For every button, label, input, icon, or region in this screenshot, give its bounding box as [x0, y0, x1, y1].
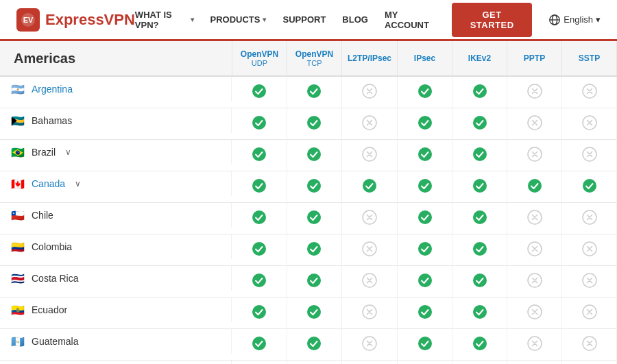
x-icon — [362, 273, 377, 288]
check-icon — [472, 241, 487, 256]
cell-sstp — [562, 203, 617, 234]
svg-point-29 — [418, 179, 432, 193]
cell-ovpn_udp — [232, 361, 287, 365]
table-row: 🇲🇽Mexico — [0, 361, 617, 365]
svg-point-13 — [307, 116, 321, 130]
cell-sstp — [562, 234, 617, 266]
svg-point-9 — [473, 84, 487, 98]
cell-ovpn_udp — [232, 171, 287, 203]
country-name[interactable]: Canada — [32, 178, 65, 189]
expand-arrow-icon[interactable]: ∨ — [65, 147, 71, 157]
svg-point-19 — [252, 147, 266, 161]
language-selector[interactable]: English ▾ — [548, 14, 601, 26]
nav-arrow-vpn: ▾ — [191, 16, 194, 23]
x-icon — [527, 84, 542, 99]
cell-ikev2 — [452, 108, 507, 140]
x-icon — [362, 147, 377, 162]
expand-arrow-icon[interactable]: ∨ — [75, 179, 81, 189]
country-name: Colombia — [32, 241, 72, 252]
col-header-l2tp[interactable]: L2TP/IPsec — [341, 41, 397, 76]
check-icon — [306, 115, 322, 130]
cell-ipsec — [398, 266, 452, 298]
cell-ikev2 — [452, 298, 507, 329]
cell-pptp — [507, 203, 562, 234]
table-row: 🇦🇷Argentina — [0, 76, 617, 108]
check-icon — [252, 336, 267, 351]
nav-blog[interactable]: BLOG — [342, 14, 368, 25]
cell-ikev2 — [452, 140, 507, 171]
cell-sstp — [562, 298, 617, 329]
check-icon — [472, 178, 487, 193]
get-started-button[interactable]: GET STARTED — [452, 3, 532, 37]
nav-what-is-vpn[interactable]: WHAT IS VPN? ▾ — [135, 10, 194, 30]
cell-pptp — [507, 76, 562, 108]
cell-ovpn_tcp — [287, 108, 341, 140]
globe-icon — [548, 14, 561, 26]
language-arrow: ▾ — [596, 14, 601, 25]
check-icon — [306, 84, 322, 99]
logo-area[interactable]: EV ExpressVPN — [16, 8, 135, 32]
check-icon — [252, 84, 267, 99]
check-icon — [418, 304, 433, 319]
country-name[interactable]: Argentina — [32, 84, 73, 95]
cell-ovpn_udp — [232, 266, 287, 298]
x-icon — [527, 210, 542, 225]
x-icon — [582, 273, 597, 288]
cell-ovpn_tcp — [287, 76, 341, 108]
cell-ipsec — [398, 203, 452, 234]
col-header-openvpn-udp[interactable]: OpenVPN UDP — [232, 41, 287, 76]
cell-pptp — [507, 140, 562, 171]
check-icon — [582, 178, 597, 193]
x-icon — [527, 304, 542, 319]
check-icon — [472, 304, 487, 319]
cell-sstp — [562, 361, 617, 365]
cell-ikev2 — [452, 266, 507, 298]
nav-support[interactable]: SUPPORT — [282, 14, 326, 25]
cell-ipsec — [398, 361, 452, 365]
cell-l2tp — [341, 76, 397, 108]
col-header-ikev2[interactable]: IKEv2 — [452, 41, 507, 76]
check-icon — [252, 178, 267, 193]
language-label: English — [564, 14, 593, 25]
svg-point-58 — [473, 305, 487, 319]
col-header-openvpn-tcp[interactable]: OpenVPN TCP — [287, 41, 341, 76]
cell-ipsec — [398, 298, 452, 329]
country-cell: 🇨🇱Chile — [0, 203, 59, 228]
cell-ovpn_udp — [232, 108, 287, 140]
check-icon — [306, 210, 322, 225]
svg-point-57 — [418, 305, 432, 319]
flag-icon: 🇧🇷 — [10, 147, 26, 158]
country-name: Chile — [32, 210, 53, 221]
x-icon — [362, 115, 377, 130]
col-header-sstp[interactable]: SSTP — [562, 41, 617, 76]
flag-icon: 🇦🇷 — [10, 84, 26, 95]
cell-ovpn_tcp — [287, 298, 341, 329]
svg-point-43 — [418, 242, 432, 256]
cell-sstp — [562, 266, 617, 298]
check-icon — [472, 210, 487, 225]
nav-products[interactable]: PRODUCTS ▾ — [210, 14, 267, 25]
svg-point-47 — [252, 274, 266, 287]
check-icon — [527, 178, 542, 193]
x-icon — [582, 84, 597, 99]
x-icon — [527, 273, 542, 288]
x-icon — [582, 304, 597, 319]
check-icon — [306, 304, 322, 319]
svg-point-64 — [418, 337, 432, 350]
nav-my-account[interactable]: MY ACCOUNT — [385, 10, 435, 30]
col-header-pptp[interactable]: PPTP — [507, 41, 562, 76]
check-icon — [418, 273, 433, 288]
cell-l2tp — [341, 266, 397, 298]
country-cell: 🇬🇹Guatemala — [0, 329, 84, 354]
country-name: Ecuador — [32, 304, 67, 315]
cell-ovpn_tcp — [287, 203, 341, 234]
svg-point-26 — [252, 179, 266, 193]
x-icon — [582, 241, 597, 256]
col-header-ipsec[interactable]: IPsec — [398, 41, 452, 76]
flag-icon: 🇨🇦 — [10, 178, 26, 189]
svg-text:EV: EV — [23, 16, 34, 24]
cell-ovpn_udp — [232, 140, 287, 171]
flag-icon: 🇨🇷 — [10, 273, 26, 284]
check-icon — [306, 178, 322, 193]
cell-ovpn_tcp — [287, 361, 341, 365]
